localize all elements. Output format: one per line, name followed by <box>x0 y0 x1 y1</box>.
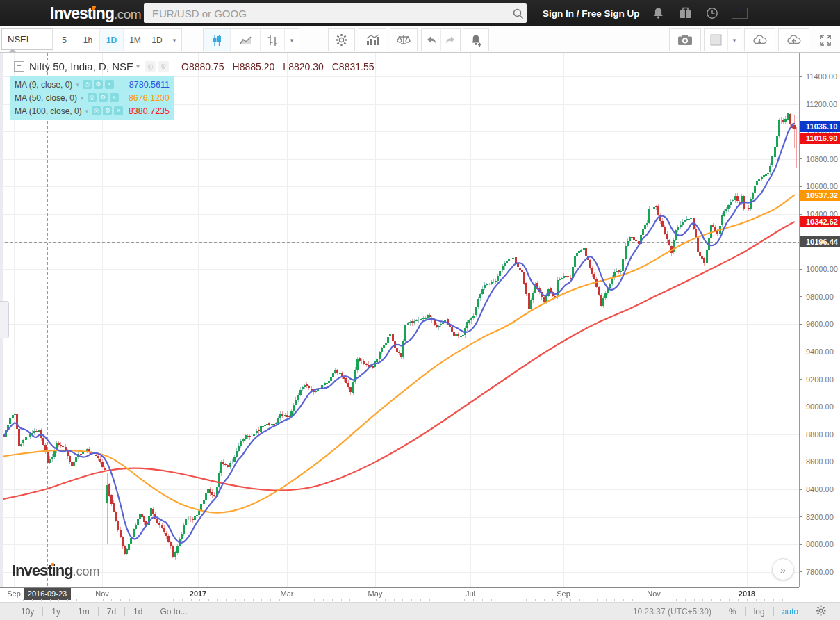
fullscreen-button[interactable] <box>814 29 837 51</box>
ma-dropdown-icon[interactable]: ▾ <box>85 108 89 115</box>
range-button-1d[interactable]: 1d <box>125 607 151 617</box>
ma-gear-icon[interactable]: ⚙ <box>103 106 112 115</box>
log-scale-button[interactable]: log <box>746 607 773 617</box>
range-button-10y[interactable]: 10y <box>13 607 42 617</box>
symbol-settings-gear-icon[interactable]: ⚙ <box>158 61 169 72</box>
minor-tick <box>552 599 553 601</box>
logo-text: Investing <box>50 4 114 22</box>
percent-scale-button[interactable]: % <box>720 607 745 617</box>
minor-tick <box>579 599 580 601</box>
minor-tick <box>429 599 430 601</box>
time-tick-label-year: 2017 <box>190 589 206 598</box>
interval-button-1d[interactable]: 1D <box>147 29 167 51</box>
symbol-dropdown-icon[interactable]: ▾ <box>136 63 140 70</box>
ma-eye-icon[interactable]: ◎ <box>92 106 101 115</box>
interval-dropdown[interactable]: ▾ <box>167 29 181 51</box>
minor-tick <box>359 599 359 601</box>
ma-indicator-panel[interactable]: MA (9, close, 0)▾◎⚙×8780.5611MA (50, clo… <box>10 76 174 120</box>
ma-gear-icon[interactable]: ⚙ <box>99 93 108 102</box>
chart-type-dropdown[interactable]: ▾ <box>285 29 299 51</box>
interval-button-5[interactable]: 5 <box>53 29 76 51</box>
minor-tick <box>67 599 68 601</box>
symbol-title[interactable]: Nifty 50, India, D, NSE <box>29 60 133 72</box>
expand-more-button[interactable]: » <box>772 558 794 580</box>
ma-row-2: MA (100, close, 0)▾◎⚙×8380.7235 <box>15 104 170 117</box>
range-button-goto[interactable]: Go to... <box>151 607 195 617</box>
symbol-input[interactable]: NSEI <box>1 28 58 50</box>
ma-eye-icon[interactable]: ◎ <box>83 80 92 89</box>
interval-button-1m[interactable]: 1M <box>124 29 147 51</box>
minor-tick <box>738 599 739 601</box>
search-input[interactable] <box>151 7 509 20</box>
auto-scale-button[interactable]: auto <box>774 607 807 617</box>
interval-button-1d-active[interactable]: 1D <box>100 29 124 51</box>
camera-snapshot-button[interactable] <box>670 29 700 51</box>
drawer-handle[interactable] <box>0 301 9 338</box>
ma-close-icon[interactable]: × <box>110 93 119 102</box>
portfolio-briefcase-icon[interactable] <box>679 0 692 26</box>
ma-dropdown-icon[interactable]: ▾ <box>81 95 84 101</box>
minor-tick <box>544 599 545 601</box>
minor-tick <box>103 599 104 601</box>
minor-tick <box>632 599 633 601</box>
alert-group <box>463 28 489 51</box>
cloud-upload-button[interactable] <box>779 29 809 51</box>
price-axis[interactable]: 11400.0011200.0011000.0010800.0010600.00… <box>799 53 840 587</box>
minor-tick <box>782 599 783 601</box>
legend-collapse-button[interactable]: − <box>14 61 24 72</box>
candlestick-chart-button[interactable] <box>204 29 231 51</box>
compare-scales-button[interactable] <box>390 29 417 51</box>
symbol-visibility-eye-icon[interactable]: ◎ <box>145 61 156 72</box>
footer-settings-gear-icon[interactable] <box>807 605 834 618</box>
search-icon[interactable] <box>509 4 527 22</box>
background-color-dropdown[interactable]: ▾ <box>728 29 741 51</box>
ma-gear-icon[interactable]: ⚙ <box>94 80 103 89</box>
notifications-bell-icon[interactable] <box>652 0 664 26</box>
recent-clock-icon[interactable] <box>706 0 718 26</box>
minor-tick <box>747 599 748 601</box>
watermark-suffix: .com <box>73 564 100 578</box>
add-alert-bell-button[interactable] <box>463 29 488 51</box>
undo-button[interactable] <box>422 29 441 51</box>
minor-tick <box>235 599 236 601</box>
cloud-download-button[interactable] <box>745 29 775 51</box>
india-flag-icon[interactable] <box>732 0 748 26</box>
range-button-1y[interactable]: 1y <box>43 607 69 617</box>
line-chart-button[interactable] <box>231 29 261 51</box>
ohlc-low-label: L <box>283 61 288 72</box>
minor-tick <box>791 599 791 601</box>
ma-close-icon[interactable]: × <box>114 106 123 115</box>
time-axis[interactable]: 2016-09-23 SepNov2017MarMayJulSepNov2018 <box>0 587 840 602</box>
ma-close-icon[interactable]: × <box>105 80 114 89</box>
watermark-text: Investing <box>12 562 73 579</box>
price-chart-canvas[interactable] <box>0 53 799 587</box>
interval-button-1h[interactable]: 1h <box>76 29 100 51</box>
range-button-1m[interactable]: 1m <box>69 607 98 617</box>
minor-tick <box>438 599 438 601</box>
minor-tick <box>58 599 59 601</box>
clock-readout: 10:23:37 (UTC+5:30) <box>625 607 720 617</box>
minor-tick <box>402 599 403 601</box>
indicators-button[interactable] <box>359 29 386 51</box>
toolbar-collapse-arrow-icon[interactable] <box>9 49 16 52</box>
range-button-7d[interactable]: 7d <box>99 607 124 617</box>
minor-tick <box>606 599 607 601</box>
minor-tick <box>764 599 765 601</box>
sign-in-link[interactable]: Sign In / Free Sign Up <box>543 0 640 26</box>
background-color-swatch[interactable] <box>705 29 728 51</box>
minor-tick <box>623 599 624 601</box>
time-tick-label: Sep <box>7 589 21 598</box>
minor-tick <box>659 599 659 601</box>
ma-eye-icon[interactable]: ◎ <box>88 93 97 102</box>
settings-gear-button[interactable] <box>329 29 354 51</box>
minor-tick <box>23 599 24 601</box>
ma-dropdown-icon[interactable]: ▾ <box>76 81 79 88</box>
redo-button[interactable] <box>441 29 460 51</box>
minor-tick <box>456 599 456 601</box>
crosshair-date-badge: 2016-09-23 <box>24 588 71 600</box>
investing-logo[interactable]: Investing.com <box>50 4 141 23</box>
quote-search-box[interactable] <box>144 3 527 23</box>
chart-toolbar: NSEI 51h1D1M1D▾ ▾ <box>0 26 840 53</box>
minor-tick <box>94 599 94 601</box>
ohlc-bars-button[interactable] <box>261 29 285 51</box>
